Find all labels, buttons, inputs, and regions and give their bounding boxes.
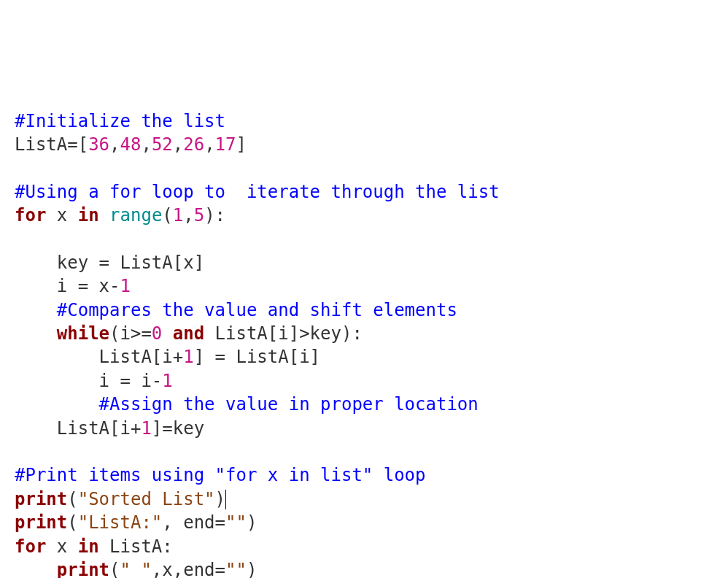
code-token-default: key = ListA[x] <box>15 253 204 273</box>
code-token-default: ( <box>162 205 172 226</box>
code-token-number: 1 <box>173 205 183 226</box>
code-line[interactable]: for x in ListA: <box>15 535 713 558</box>
code-line[interactable] <box>15 228 713 251</box>
code-line[interactable]: #Print items using "for x in list" loop <box>15 463 713 487</box>
code-token-comment: #Print items using "for x in list" loop <box>15 465 426 485</box>
code-token-default <box>162 323 172 344</box>
code-token-default: ( <box>67 489 77 509</box>
code-token-number: 1 <box>183 347 193 367</box>
code-token-keyword: for <box>15 205 46 226</box>
code-token-default: ListA[i]>key): <box>204 323 363 344</box>
code-editor[interactable]: #Initialize the listListA=[36,48,52,26,1… <box>15 109 713 578</box>
code-token-default: x <box>46 205 77 226</box>
code-token-builtin: range <box>109 205 162 226</box>
code-token-default: ListA: <box>99 536 173 557</box>
code-token-default: , <box>183 205 193 226</box>
code-token-default: , <box>141 134 151 155</box>
code-token-default <box>15 394 99 415</box>
code-token-number: 48 <box>120 134 142 155</box>
code-token-default: ) <box>215 489 225 509</box>
code-token-number: 1 <box>141 418 151 439</box>
code-line[interactable]: print("Sorted List") <box>15 488 713 511</box>
code-line[interactable]: print("ListA:", end="") <box>15 511 713 534</box>
code-token-number: 26 <box>183 134 204 155</box>
code-line[interactable]: while(i>=0 and ListA[i]>key): <box>15 322 713 345</box>
code-line[interactable]: ListA[i+1] = ListA[i] <box>15 345 713 369</box>
code-token-default: ListA[i+ <box>15 347 183 367</box>
code-token-string: " " <box>120 560 152 578</box>
code-token-string: "Sorted List" <box>78 489 215 509</box>
code-token-keyword: for <box>15 536 46 557</box>
code-token-default <box>99 205 109 226</box>
code-token-comment: #Compares the value and shift elements <box>57 300 457 320</box>
code-token-keyword: print <box>15 512 67 533</box>
code-token-string: "" <box>225 560 247 578</box>
code-token-default: ) <box>247 512 257 533</box>
code-token-default: , end= <box>162 512 225 533</box>
code-token-comment: #Using a for loop to iterate through the… <box>15 182 500 202</box>
code-token-number: 0 <box>152 323 162 344</box>
code-token-default: ( <box>109 560 120 578</box>
code-token-number: 1 <box>120 276 131 296</box>
code-token-default <box>15 323 57 344</box>
code-line[interactable]: ListA=[36,48,52,26,17] <box>15 133 713 156</box>
code-line[interactable]: for x in range(1,5): <box>15 204 713 227</box>
code-token-number: 17 <box>215 134 236 155</box>
code-token-string: "ListA:" <box>78 512 163 533</box>
code-line[interactable]: i = i-1 <box>15 369 713 393</box>
code-line[interactable]: ListA[i+1]=key <box>15 417 713 440</box>
code-line[interactable]: #Compares the value and shift elements <box>15 298 713 322</box>
code-token-default: ) <box>247 560 257 578</box>
code-token-default: , <box>173 134 183 155</box>
code-line[interactable]: #Initialize the list <box>15 109 713 133</box>
code-token-string: "" <box>225 512 247 533</box>
code-line[interactable] <box>15 440 713 463</box>
code-token-default: x <box>46 536 77 557</box>
code-token-default: i = i- <box>15 371 162 391</box>
code-token-default <box>15 300 57 320</box>
code-line[interactable]: key = ListA[x] <box>15 251 713 274</box>
code-token-default: ListA[i+ <box>15 418 141 439</box>
code-token-keyword: print <box>15 489 67 509</box>
code-token-default: ( <box>67 512 77 533</box>
code-token-default <box>15 560 57 578</box>
code-token-default: , <box>204 134 214 155</box>
code-token-default: , <box>109 134 120 155</box>
code-token-keyword: in <box>78 205 99 226</box>
code-token-number: 36 <box>88 134 109 155</box>
code-line[interactable] <box>15 156 713 180</box>
code-token-default: i = x- <box>15 276 120 296</box>
code-token-default: ] = ListA[i] <box>194 347 320 367</box>
code-token-default: ListA=[ <box>15 134 88 155</box>
code-token-default: ): <box>204 205 225 226</box>
code-token-number: 1 <box>162 371 172 391</box>
code-token-default: ]=key <box>152 418 204 439</box>
text-cursor <box>225 490 226 509</box>
code-line[interactable]: #Using a for loop to iterate through the… <box>15 180 713 204</box>
code-token-keyword: and <box>173 323 204 344</box>
code-token-default: (i>= <box>109 323 152 344</box>
code-line[interactable]: i = x-1 <box>15 274 713 298</box>
code-token-comment: #Assign the value in proper location <box>99 394 479 415</box>
code-token-number: 52 <box>152 134 173 155</box>
code-token-number: 5 <box>194 205 204 226</box>
code-token-keyword: while <box>57 323 109 344</box>
code-token-keyword: print <box>57 560 109 578</box>
code-token-default: ] <box>236 134 247 155</box>
code-token-keyword: in <box>78 536 99 557</box>
code-line[interactable]: #Assign the value in proper location <box>15 393 713 416</box>
code-token-comment: #Initialize the list <box>15 111 225 131</box>
code-token-default: ,x,end= <box>152 560 225 578</box>
code-line[interactable]: print(" ",x,end="") <box>15 558 713 578</box>
